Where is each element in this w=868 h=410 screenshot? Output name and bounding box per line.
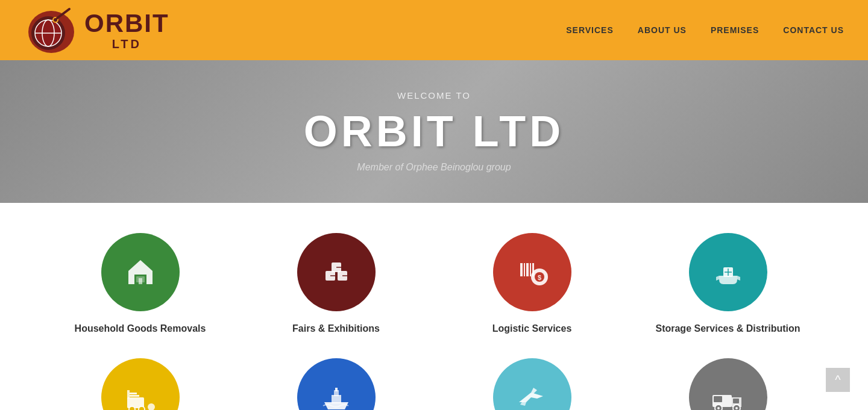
service-storage-label: Storage Services & Distribution [655, 323, 800, 334]
service-fairs-label: Fairs & Exhibitions [292, 323, 380, 334]
logo-ltd-text: LTD [84, 37, 169, 51]
logo-icon [24, 3, 78, 57]
svg-rect-11 [139, 278, 142, 284]
hero-section: WELCOME TO ORBIT LTD Member of Orphee Be… [0, 60, 868, 203]
service-airfreight-circle [493, 358, 571, 410]
fairs-icon [318, 254, 354, 290]
nav-premises[interactable]: PREMISES [711, 25, 759, 35]
service-storage[interactable]: Storage Services & Distribution [636, 233, 820, 334]
service-fairs-circle [297, 233, 376, 311]
header: ORBIT LTD SERVICES ABOUT US PREMISES CON… [0, 0, 868, 60]
svg-point-34 [139, 406, 145, 410]
svg-text:$: $ [538, 274, 541, 281]
service-customs-circle [101, 358, 180, 410]
nav-about[interactable]: ABOUT US [638, 25, 687, 35]
svg-rect-32 [130, 393, 137, 394]
hero-title: ORBIT LTD [12, 107, 856, 156]
back-to-top-icon: ^ [835, 373, 840, 387]
service-storage-circle [689, 233, 767, 311]
service-household-circle [101, 233, 180, 311]
truckfreight-icon [710, 379, 746, 410]
nav-contact[interactable]: CONTACT US [783, 25, 844, 35]
svg-point-33 [129, 406, 135, 410]
service-customs[interactable]: Customs Brokerage [48, 358, 232, 410]
service-household-label: Household Goods Removals [75, 323, 206, 334]
service-seafreight[interactable]: Sea Freight Services [244, 358, 428, 410]
logo-area[interactable]: ORBIT LTD [24, 3, 169, 57]
services-grid: Household Goods Removals Fairs & Exhibit… [48, 233, 820, 410]
svg-rect-21 [530, 263, 531, 276]
service-logistic-circle: $ [493, 233, 571, 311]
service-seafreight-circle [297, 358, 376, 410]
logo-orbit-text: ORBIT [84, 10, 169, 37]
service-airfreight[interactable]: Air Freight Services [440, 358, 624, 410]
hero-subtitle: Member of Orphee Beinoglou group [12, 162, 856, 173]
hero-welcome: WELCOME TO [12, 90, 856, 101]
svg-rect-40 [733, 399, 739, 403]
svg-rect-18 [520, 263, 523, 276]
svg-point-35 [148, 403, 155, 410]
svg-rect-20 [526, 263, 529, 276]
customs-icon [122, 379, 159, 410]
svg-rect-19 [524, 263, 525, 276]
airfreight-icon [514, 379, 550, 410]
nav: SERVICES ABOUT US PREMISES CONTACT US [566, 25, 844, 35]
service-truckfreight[interactable]: Truck Freight Services [636, 358, 820, 410]
svg-rect-36 [332, 395, 341, 403]
nav-services[interactable]: SERVICES [566, 25, 614, 35]
svg-rect-31 [130, 395, 139, 397]
svg-rect-30 [127, 390, 130, 399]
seafreight-icon [318, 379, 354, 410]
service-logistic-label: Logistic Services [492, 323, 572, 334]
service-household[interactable]: Household Goods Removals [48, 233, 232, 334]
service-logistic[interactable]: $ Logistic Services [440, 233, 624, 334]
back-to-top-button[interactable]: ^ [826, 368, 850, 392]
logistic-icon: $ [514, 254, 550, 290]
svg-point-44 [735, 407, 738, 409]
svg-rect-38 [335, 388, 338, 391]
household-icon [122, 254, 159, 290]
logo-text: ORBIT LTD [84, 10, 169, 51]
service-fairs[interactable]: Fairs & Exhibitions [244, 233, 428, 334]
services-section: Household Goods Removals Fairs & Exhibit… [0, 203, 868, 410]
service-truckfreight-circle [689, 358, 767, 410]
svg-rect-45 [714, 396, 722, 402]
storage-icon [710, 254, 746, 290]
svg-point-42 [717, 407, 720, 409]
